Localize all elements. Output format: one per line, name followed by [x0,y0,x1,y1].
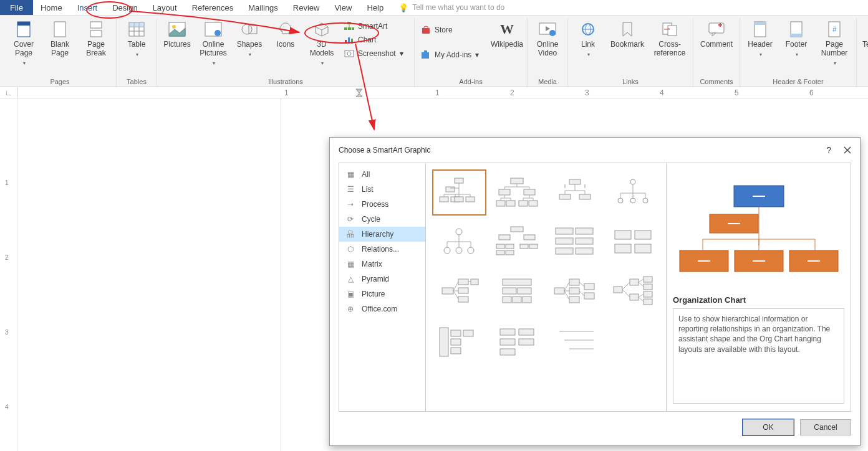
tab-design[interactable]: Design [105,0,145,15]
category-relationship[interactable]: ⬡Relations... [339,242,425,257]
category-matrix[interactable]: ▦Matrix [339,257,425,272]
category-all[interactable]: ▦All [339,167,425,182]
layout-thumb[interactable] [432,219,486,265]
tab-view[interactable]: View [327,0,359,15]
layout-thumb[interactable] [605,269,660,315]
cancel-button[interactable]: Cancel [800,419,851,435]
category-pyramid[interactable]: △Pyramid [339,272,425,287]
page-number-button[interactable]: # Page Number▾ [816,18,852,72]
comment-button[interactable]: Comment [697,18,736,72]
cover-page-button[interactable]: Cover Page▾ [7,18,40,72]
menubar: File Home Insert Design Layout Reference… [0,0,868,16]
group-header-footer: Header▾ Footer▾ # Page Number▾ Header & … [740,18,857,87]
tab-references[interactable]: References [185,0,241,15]
category-list[interactable]: ☰List [339,182,425,197]
category-picture[interactable]: ▣Picture [339,287,425,301]
group-illustrations: Pictures Online Pictures▾ Shapes▾ Icons … [157,18,415,87]
store-button[interactable]: Store [418,23,487,37]
svg-point-99 [618,198,623,203]
group-label-tables: Tables [127,75,147,87]
footer-button[interactable]: Footer▾ [780,18,813,72]
svg-rect-124 [506,250,514,255]
3d-models-button[interactable]: 3D Models▾ [306,18,338,72]
layout-org-chart[interactable] [432,169,486,216]
smartart-button[interactable]: SmartArt [342,19,410,33]
tell-me-search[interactable]: 💡 Tell me what you want to do [398,0,504,15]
category-cycle[interactable]: ⟳Cycle [339,212,425,227]
screenshot-button[interactable]: Screenshot▾ [342,47,410,60]
layout-thumb[interactable] [490,319,544,365]
tab-layout[interactable]: Layout [145,0,185,15]
online-pictures-button[interactable]: Online Pictures▾ [197,18,229,72]
cross-reference-icon [660,21,680,38]
svg-rect-146 [518,288,531,294]
table-button[interactable]: Table▾ [120,18,153,72]
layout-thumb[interactable] [490,269,544,315]
my-addins-button[interactable]: My Add-ins▾ [418,48,487,62]
online-video-button[interactable]: Online Video [531,18,564,72]
svg-rect-167 [644,299,652,305]
svg-rect-76 [529,201,538,206]
svg-rect-147 [503,297,511,303]
layout-thumb[interactable] [432,269,486,315]
layout-thumb[interactable] [490,219,544,265]
svg-marker-53 [356,89,362,93]
tab-review[interactable]: Review [286,0,327,15]
pictures-button[interactable]: Pictures [161,18,193,72]
office-icon: ⊕ [345,305,355,313]
shapes-icon [239,21,259,38]
category-hierarchy[interactable]: 品Hierarchy [339,227,425,242]
group-comments: Comment Comments [693,18,740,87]
svg-point-101 [643,198,648,203]
store-icon [421,25,431,35]
shapes-button[interactable]: Shapes▾ [233,18,266,72]
dialog-help-button[interactable]: ? [826,145,831,155]
layout-thumb[interactable] [605,219,660,265]
online-video-icon [538,21,557,38]
all-icon: ▦ [345,170,355,179]
dialog-close-button[interactable] [844,146,851,154]
text-box-button[interactable]: A Text Box▾ [861,18,868,72]
category-process[interactable]: ➝Process [339,197,425,212]
group-label-header-footer: Header & Footer [773,75,823,87]
layout-thumb[interactable] [548,319,602,365]
tab-insert[interactable]: Insert [70,0,105,15]
chart-button[interactable]: Chart [342,33,410,47]
svg-rect-129 [556,248,573,254]
blank-page-button[interactable]: Blank Page [44,18,76,72]
file-tab[interactable]: File [0,0,33,15]
page-break-button[interactable]: Page Break [80,18,112,72]
svg-rect-150 [554,288,564,294]
list-icon: ☰ [345,185,355,194]
layout-thumb[interactable] [605,169,660,216]
header-button[interactable]: Header▾ [744,18,776,72]
layout-thumb[interactable] [490,169,544,216]
svg-rect-165 [644,284,652,290]
ok-button[interactable]: OK [743,419,794,435]
layout-thumb[interactable] [548,269,602,315]
ribbon: Cover Page▾ Blank Page Page Break Pages … [0,16,868,87]
svg-line-171 [639,282,644,287]
layout-thumb[interactable] [548,169,602,216]
wikipedia-button[interactable]: W Wikipedia [491,18,523,72]
cross-reference-button[interactable]: Cross-reference [650,18,689,72]
svg-rect-138 [458,288,468,293]
layout-thumb[interactable] [548,219,602,265]
svg-rect-1 [17,22,30,26]
svg-rect-21 [348,27,351,30]
svg-rect-133 [615,244,631,253]
bookmark-button[interactable]: Bookmark [608,18,647,72]
screenshot-icon [344,49,354,59]
tab-home[interactable]: Home [33,0,70,15]
category-office[interactable]: ⊕Office.com [339,301,425,316]
group-tables: Table▾ Tables [117,18,157,87]
svg-rect-134 [635,244,651,253]
layout-thumb[interactable] [432,319,486,365]
group-label-illustrations: Illustrations [268,75,303,87]
link-button[interactable]: Link▾ [572,18,604,72]
group-label-links: Links [622,75,639,87]
tab-help[interactable]: Help [359,0,391,15]
tab-mailings[interactable]: Mailings [241,0,286,15]
indent-marker-icon[interactable] [355,88,363,97]
icons-button[interactable]: Icons [269,18,302,72]
